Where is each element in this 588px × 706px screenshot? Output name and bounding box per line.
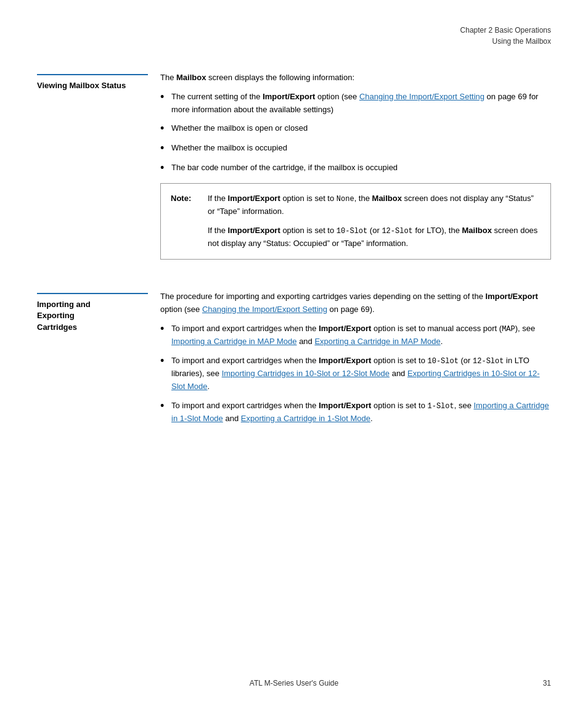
bullet-icon-1: •	[160, 91, 171, 104]
link-importing-map[interactable]: Importing a Cartridge in MAP Mode	[171, 337, 297, 346]
bullet-item-2: • Whether the mailbox is open or closed	[160, 122, 551, 136]
link-changing-import-export-1[interactable]: Changing the Import/Export Setting	[359, 92, 484, 101]
section2-label-border: Importing and Exporting Cartridges	[37, 293, 148, 333]
note-para-1: If the Import/Export option is set to No…	[208, 192, 541, 218]
note-content: If the Import/Export option is set to No…	[208, 192, 541, 250]
section2-bullet-text-1: To import and export cartridges when the…	[171, 322, 551, 348]
section2-bullet-item-2: • To import and export cartridges when t…	[160, 355, 551, 393]
section2-bullet-icon-3: •	[160, 400, 171, 413]
link-changing-import-export-2[interactable]: Changing the Import/Export Setting	[202, 305, 327, 314]
bullet-text-1: The current setting of the Import/Export…	[171, 91, 551, 117]
note-para-2: If the Import/Export option is set to 10…	[208, 224, 541, 250]
section1-label-border: Viewing Mailbox Status	[37, 74, 148, 91]
section2-intro: The procedure for importing and exportin…	[160, 290, 551, 316]
bullet-text-3: Whether the mailbox is occupied	[171, 142, 551, 155]
footer-page-number: 31	[543, 679, 551, 688]
section-importing-exporting: Importing and Exporting Cartridges The p…	[37, 290, 551, 431]
bullet-icon-3: •	[160, 142, 171, 155]
note-box: Note: If the Import/Export option is set…	[160, 183, 551, 260]
link-exporting-map[interactable]: Exporting a Cartridge in MAP Mode	[314, 337, 440, 346]
page-header: Chapter 2 Basic Operations Using the Mai…	[37, 25, 551, 47]
section1-label-col: Viewing Mailbox Status	[37, 72, 160, 260]
note-row: Note: If the Import/Export option is set…	[171, 192, 541, 250]
header-line2: Using the Mailbox	[37, 36, 551, 47]
section1-intro-bold: Mailbox	[176, 73, 206, 82]
section2-bullet-item-1: • To import and export cartridges when t…	[160, 322, 551, 348]
section2-bullet-icon-2: •	[160, 355, 171, 368]
bullet-icon-4: •	[160, 162, 171, 175]
section2-bullet-text-3: To import and export cartridges when the…	[171, 400, 551, 425]
section2-label-col: Importing and Exporting Cartridges	[37, 290, 160, 431]
bullet-text-2: Whether the mailbox is open or closed	[171, 122, 551, 135]
link-exporting-1slot[interactable]: Exporting a Cartridge in 1-Slot Mode	[241, 414, 370, 423]
section1-intro: The Mailbox screen displays the followin…	[160, 72, 551, 84]
page: Chapter 2 Basic Operations Using the Mai…	[0, 0, 588, 706]
section1-label-text: Viewing Mailbox Status	[37, 80, 148, 91]
bullet-item-3: • Whether the mailbox is occupied	[160, 142, 551, 155]
section2-content: The procedure for importing and exportin…	[160, 290, 551, 431]
page-footer: ATL M-Series User's Guide 31	[0, 679, 588, 688]
link-importing-10slot[interactable]: Importing Cartridges in 10-Slot or 12-Sl…	[222, 369, 390, 378]
bullet-item-1: • The current setting of the Import/Expo…	[160, 91, 551, 117]
section2-bullet-item-3: • To import and export cartridges when t…	[160, 400, 551, 425]
note-label: Note:	[171, 192, 208, 205]
section2-bullet-list: • To import and export cartridges when t…	[160, 322, 551, 425]
section2-label-text: Importing and Exporting Cartridges	[37, 299, 148, 333]
section1-bullet-list: • The current setting of the Import/Expo…	[160, 91, 551, 174]
section1-content: The Mailbox screen displays the followin…	[160, 72, 551, 260]
bullet-icon-2: •	[160, 122, 171, 136]
section2-bullet-icon-1: •	[160, 322, 171, 336]
section2-bullet-text-2: To import and export cartridges when the…	[171, 355, 551, 393]
bullet-text-4: The bar code number of the cartridge, if…	[171, 162, 551, 174]
bullet-item-4: • The bar code number of the cartridge, …	[160, 162, 551, 175]
header-line1: Chapter 2 Basic Operations	[37, 25, 551, 36]
footer-center-text: ATL M-Series User's Guide	[250, 679, 338, 688]
section-viewing-mailbox-status: Viewing Mailbox Status The Mailbox scree…	[37, 72, 551, 260]
